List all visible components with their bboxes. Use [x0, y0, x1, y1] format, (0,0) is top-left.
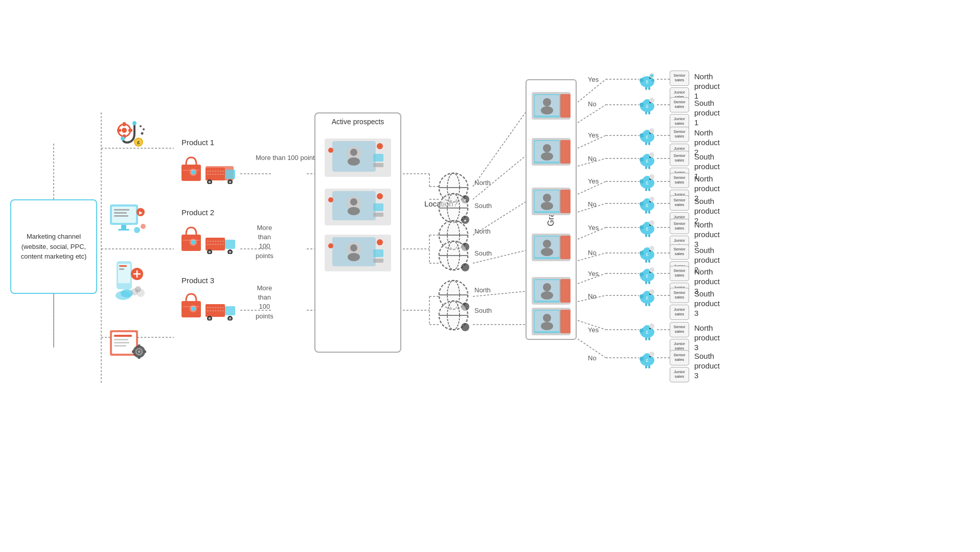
svg-point-223	[541, 152, 553, 160]
points-3-label: Morethan100points	[256, 284, 274, 321]
svg-point-201	[461, 263, 469, 271]
gear-icon: £	[107, 112, 148, 153]
svg-rect-270	[648, 142, 650, 145]
svg-point-73	[132, 121, 136, 125]
svg-point-177	[377, 239, 383, 245]
south-2-label: South	[474, 249, 492, 257]
svg-point-320	[649, 267, 654, 272]
svg-rect-71	[117, 129, 121, 132]
svg-rect-301	[645, 234, 647, 237]
svg-point-166	[348, 207, 360, 215]
product-3-icon	[179, 290, 240, 320]
svg-rect-309	[645, 260, 647, 263]
svg-point-174	[350, 244, 357, 251]
svg-point-79	[140, 125, 142, 127]
svg-rect-161	[373, 163, 383, 167]
svg-point-324	[640, 294, 644, 298]
north-1-label: North	[474, 179, 491, 187]
prospect-3-icon	[325, 233, 391, 274]
svg-point-235	[541, 248, 553, 256]
phone-icon	[107, 258, 148, 304]
svg-rect-94	[119, 268, 124, 270]
grade-screen-2	[531, 137, 572, 169]
document-icon	[107, 326, 148, 362]
points-1-label: More than 100 points	[256, 153, 318, 163]
svg-text:£: £	[646, 358, 648, 363]
svg-point-264	[649, 98, 654, 103]
senior-sales-box-6b: Senior sales	[670, 350, 689, 365]
svg-point-150	[229, 317, 232, 320]
svg-text:£: £	[646, 226, 648, 232]
svg-rect-232	[560, 236, 571, 259]
senior-sales-box-3b: Senior sales	[670, 195, 689, 211]
senior-sales-box-4b: Senior sales	[670, 244, 689, 260]
svg-rect-310	[648, 260, 650, 263]
svg-rect-112	[138, 344, 141, 347]
svg-rect-179	[373, 259, 383, 263]
svg-point-175	[348, 253, 360, 261]
piggy-2-yes: £	[638, 127, 657, 147]
no-2: No	[588, 155, 597, 163]
grade-screen-6	[531, 307, 572, 338]
svg-point-251	[651, 79, 654, 82]
prospect-2-icon	[325, 187, 391, 228]
svg-rect-333	[645, 337, 647, 340]
yes-4: Yes	[588, 224, 599, 232]
monitor-icon: ▶	[107, 199, 148, 240]
svg-line-26	[473, 156, 526, 199]
svg-point-300	[640, 225, 644, 229]
svg-text:£: £	[646, 203, 648, 208]
svg-rect-146	[225, 306, 235, 315]
svg-rect-170	[373, 213, 383, 217]
svg-point-240	[543, 283, 551, 291]
svg-text:£: £	[137, 140, 140, 145]
piggy-1-yes: £	[638, 72, 657, 92]
svg-rect-72	[128, 129, 132, 132]
svg-text:£: £	[646, 158, 648, 164]
points-2-label: Morethan100points	[256, 223, 274, 261]
svg-point-131	[191, 240, 195, 244]
svg-rect-326	[648, 303, 650, 306]
svg-rect-293	[645, 211, 647, 214]
svg-point-292	[640, 202, 644, 206]
svg-point-102	[136, 289, 145, 297]
svg-point-165	[350, 198, 357, 205]
svg-rect-261	[645, 111, 647, 114]
svg-rect-108	[114, 345, 126, 347]
product-3-label: Product 3	[181, 276, 214, 285]
svg-point-159	[377, 143, 383, 149]
svg-line-25	[473, 112, 526, 187]
svg-point-99	[121, 289, 133, 297]
svg-point-268	[640, 133, 644, 137]
senior-sales-box-1: Senior sales	[670, 71, 689, 86]
svg-rect-93	[119, 265, 127, 267]
svg-point-77	[141, 132, 143, 134]
junior-sales-box-5b: Junior sales	[670, 305, 689, 320]
active-prospects-box: Active prospects	[314, 112, 401, 353]
outcome-sp1-text: Southproduct1	[694, 99, 720, 127]
svg-point-148	[209, 317, 211, 320]
yes-2: Yes	[588, 131, 599, 139]
svg-point-308	[640, 251, 644, 255]
icon-group-document	[107, 326, 148, 362]
svg-point-246	[543, 314, 551, 322]
globe-2-south	[437, 239, 470, 274]
svg-point-250	[640, 78, 644, 82]
svg-point-272	[649, 128, 654, 133]
outcome-np1-no: Senior sales Junior sales Southproduct1	[670, 97, 720, 129]
svg-rect-105	[114, 335, 132, 337]
svg-rect-81	[112, 206, 136, 223]
svg-point-143	[191, 307, 195, 311]
no-6: No	[588, 354, 597, 362]
svg-point-228	[543, 194, 551, 202]
svg-point-118	[191, 170, 195, 174]
svg-rect-269	[645, 142, 647, 145]
svg-rect-113	[138, 356, 141, 359]
svg-point-168	[377, 193, 383, 199]
outcome-np3-y6-text: Northproduct3	[694, 324, 720, 352]
svg-text:£: £	[646, 79, 648, 84]
svg-rect-83	[114, 212, 127, 214]
svg-rect-278	[648, 166, 650, 169]
svg-rect-107	[114, 342, 129, 343]
svg-text:£: £	[646, 180, 648, 186]
